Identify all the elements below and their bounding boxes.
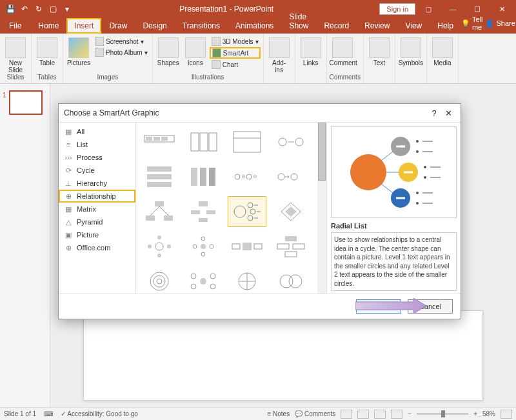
zoom-out-icon[interactable]: − — [408, 410, 412, 417]
screenshot-button[interactable]: Screenshot ▾ — [93, 36, 150, 46]
save-icon[interactable]: 💾 — [4, 3, 17, 15]
view-normal-icon[interactable] — [341, 410, 352, 419]
zoom-in-icon[interactable]: + — [473, 410, 477, 417]
tab-record[interactable]: Record — [316, 18, 357, 34]
gallery-item[interactable] — [228, 266, 266, 294]
tab-view[interactable]: View — [397, 18, 430, 34]
symbols-button[interactable]: Symbols — [398, 36, 424, 66]
icons-button[interactable]: Icons — [183, 36, 208, 66]
ribbon-options-icon[interactable]: ▢ — [417, 3, 440, 15]
tab-animations[interactable]: Animations — [228, 18, 281, 34]
smartart-button[interactable]: SmartArt — [210, 47, 261, 59]
gallery-item[interactable] — [272, 161, 310, 192]
cat-all[interactable]: ▦All — [59, 125, 135, 138]
cat-picture[interactable]: ▣Picture — [59, 228, 135, 241]
slide-canvas[interactable] — [83, 310, 483, 401]
tell-me-button[interactable]: 💡Tell me — [461, 15, 483, 31]
tab-slideshow[interactable]: Slide Show — [281, 9, 316, 34]
table-button[interactable]: Table — [34, 36, 60, 66]
svg-point-21 — [278, 174, 284, 180]
notes-button[interactable]: ≡ Notes — [267, 410, 290, 417]
status-lang-icon[interactable]: ⌨ — [44, 410, 53, 417]
comment-button[interactable]: Comment — [330, 36, 355, 66]
status-accessibility[interactable]: ✓ Accessibility: Good to go — [61, 410, 138, 417]
gallery-item[interactable]: ⊖⊖ — [228, 161, 266, 192]
gallery-item[interactable] — [184, 196, 223, 227]
cat-pyramid[interactable]: △Pyramid — [59, 215, 135, 228]
close-icon[interactable]: ✕ — [490, 3, 513, 15]
new-slide-button[interactable]: New Slide — [3, 36, 28, 74]
view-sorter-icon[interactable] — [357, 410, 369, 419]
tab-help[interactable]: Help — [430, 18, 461, 34]
svg-rect-2 — [154, 137, 160, 141]
gallery-item[interactable] — [184, 161, 223, 192]
cat-cycle[interactable]: ⟳Cycle — [59, 164, 135, 177]
tab-home[interactable]: Home — [30, 18, 66, 34]
cat-hierarchy[interactable]: ⊥Hierarchy — [59, 177, 135, 190]
gallery-item[interactable] — [228, 231, 266, 262]
svg-point-35 — [248, 215, 253, 221]
comments-button[interactable]: 💬 Comments — [295, 410, 335, 417]
view-slideshow-icon[interactable] — [391, 410, 402, 419]
maximize-icon[interactable]: ☐ — [466, 3, 489, 15]
svg-point-50 — [201, 252, 205, 256]
dialog-close-icon[interactable]: ✕ — [441, 108, 455, 118]
chart-icon — [212, 60, 221, 69]
gallery-item[interactable] — [184, 266, 223, 294]
gallery-item[interactable] — [272, 196, 310, 227]
text-button[interactable]: Text — [366, 36, 392, 66]
tab-file[interactable]: File — [0, 18, 30, 34]
graphic-gallery: ⊖⊖ — [136, 123, 326, 294]
svg-rect-51 — [243, 243, 252, 250]
chart-button[interactable]: Chart — [210, 59, 261, 70]
gallery-item[interactable] — [140, 266, 179, 294]
gallery-item[interactable] — [140, 196, 179, 227]
gallery-scrollbar[interactable] — [317, 123, 326, 294]
media-button[interactable]: Media — [430, 36, 455, 66]
view-reading-icon[interactable] — [374, 410, 386, 419]
gallery-item[interactable] — [272, 126, 310, 157]
tab-insert[interactable]: Insert — [66, 18, 101, 34]
tab-draw[interactable]: Draw — [101, 18, 135, 34]
slide-thumbnail-1[interactable]: 1 — [9, 90, 43, 115]
3d-models-button[interactable]: 3D Models ▾ — [210, 36, 261, 46]
svg-point-49 — [201, 237, 205, 241]
photo-album-button[interactable]: Photo Album ▾ — [93, 47, 150, 57]
zoom-level[interactable]: 58% — [482, 410, 495, 417]
fit-to-window-icon[interactable] — [501, 410, 512, 419]
gallery-item[interactable] — [272, 266, 310, 294]
cat-matrix[interactable]: ▦Matrix — [59, 203, 135, 215]
pictures-button[interactable]: Pictures — [66, 36, 92, 66]
dialog-help-icon[interactable]: ? — [427, 108, 441, 118]
addins-button[interactable]: Add- ins — [266, 36, 292, 74]
gallery-item[interactable] — [184, 231, 223, 262]
tab-design[interactable]: Design — [135, 18, 174, 34]
minimize-icon[interactable]: — — [441, 3, 464, 15]
share-button[interactable]: 👤Share — [485, 19, 515, 28]
links-button[interactable]: Links — [298, 36, 324, 66]
gallery-item[interactable] — [184, 126, 223, 157]
zoom-slider[interactable] — [417, 413, 468, 415]
cat-office[interactable]: ⊕Office.com — [59, 241, 135, 254]
gallery-item[interactable] — [140, 126, 179, 157]
tab-transitions[interactable]: Transitions — [175, 18, 228, 34]
cat-relationship[interactable]: ⊕Relationship — [59, 190, 135, 203]
qat-more-icon[interactable]: ▾ — [61, 3, 74, 15]
start-from-beginning-icon[interactable]: ▢ — [46, 3, 59, 15]
undo-icon[interactable]: ↶ — [18, 3, 31, 15]
svg-point-46 — [201, 244, 206, 249]
gallery-item[interactable] — [140, 231, 179, 262]
tab-review[interactable]: Review — [357, 18, 397, 34]
shapes-button[interactable]: Shapes — [155, 36, 181, 66]
svg-rect-57 — [285, 252, 297, 257]
cat-process[interactable]: ›››Process — [59, 151, 135, 164]
gallery-item[interactable] — [228, 126, 266, 157]
sign-in-button[interactable]: Sign in — [379, 3, 415, 15]
redo-icon[interactable]: ↻ — [32, 3, 45, 15]
cat-list[interactable]: ≡List — [59, 138, 135, 151]
gallery-item-radial-list[interactable] — [228, 196, 266, 227]
gallery-item[interactable] — [140, 161, 179, 192]
svg-line-27 — [159, 206, 168, 215]
gallery-item[interactable] — [272, 231, 310, 262]
svg-rect-12 — [147, 174, 172, 179]
